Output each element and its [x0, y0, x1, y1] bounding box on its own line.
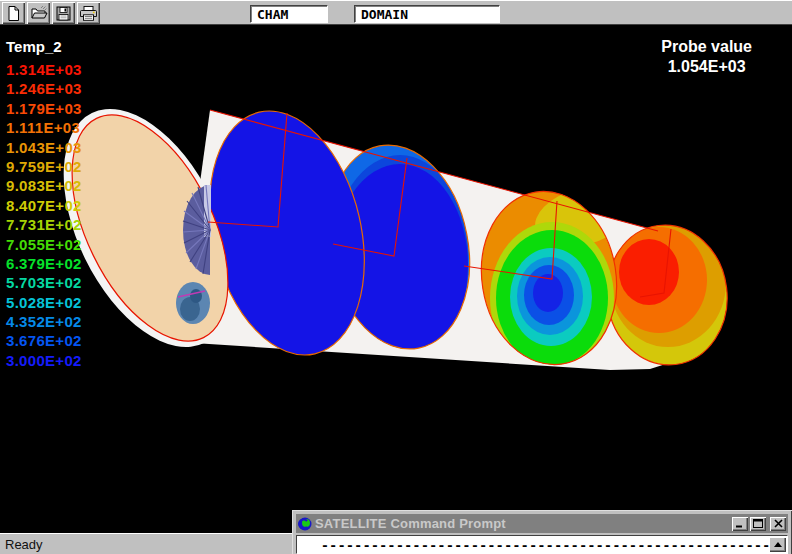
print-button[interactable]	[77, 2, 100, 24]
legend-entry: 1.314E+03	[6, 60, 82, 79]
open-folder-icon	[30, 5, 48, 22]
legend-entry: 3.676E+02	[6, 331, 82, 350]
legend-entry: 1.179E+03	[6, 99, 82, 118]
maximize-icon	[753, 519, 763, 528]
legend-entry: 7.055E+02	[6, 235, 82, 254]
legend-entry: 8.407E+02	[6, 196, 82, 215]
toolbar	[0, 0, 792, 25]
legend-entry: 9.083E+02	[6, 176, 82, 195]
phoenics-logo-icon	[298, 517, 312, 531]
save-icon	[55, 5, 72, 22]
window-title: SATELLITE Command Prompt	[315, 516, 730, 531]
probe-label: Probe value	[661, 37, 752, 57]
new-file-button[interactable]	[2, 2, 25, 24]
command-prompt-output[interactable]: ----------------------------------------…	[296, 535, 788, 554]
legend-entry: 7.731E+02	[6, 215, 82, 234]
legend-entry: 1.246E+03	[6, 79, 82, 98]
open-file-button[interactable]	[27, 2, 50, 24]
scrollbar-up-button[interactable]	[769, 537, 786, 552]
application-window: Temp_2 1.314E+031.246E+031.179E+031.111E…	[0, 0, 792, 554]
legend-title: Temp_2	[6, 38, 82, 60]
legend-entry: 5.703E+02	[6, 273, 82, 292]
cham-field[interactable]	[250, 5, 328, 23]
probe-value: 1.054E+03	[661, 57, 752, 77]
print-icon	[79, 5, 98, 22]
maximize-button[interactable]	[750, 517, 766, 531]
legend-entry: 5.028E+02	[6, 293, 82, 312]
status-text: Ready	[5, 537, 43, 552]
probe-readout: Probe value 1.054E+03	[661, 37, 752, 77]
fuel-inlet	[176, 282, 210, 324]
minimize-button[interactable]	[732, 517, 748, 531]
combustor-temperature-scene	[0, 25, 792, 533]
legend-entry: 1.043E+03	[6, 138, 82, 157]
legend-entry: 1.111E+03	[6, 118, 82, 137]
domain-field[interactable]	[354, 5, 500, 23]
new-file-icon	[5, 5, 22, 22]
minimize-icon	[735, 519, 745, 528]
legend-entry: 6.379E+02	[6, 254, 82, 273]
temperature-legend: Temp_2 1.314E+031.246E+031.179E+031.111E…	[6, 38, 82, 370]
save-button[interactable]	[52, 2, 75, 24]
viewport-3d[interactable]: Temp_2 1.314E+031.246E+031.179E+031.111E…	[0, 25, 792, 533]
legend-entry: 4.352E+02	[6, 312, 82, 331]
command-prompt-titlebar[interactable]: SATELLITE Command Prompt	[296, 514, 788, 533]
satellite-command-prompt-window: SATELLITE Command Prompt ---------------…	[292, 510, 792, 554]
legend-entry: 9.759E+02	[6, 157, 82, 176]
output-separator-line: ----------------------------------------…	[321, 538, 787, 553]
legend-entry: 3.000E+02	[6, 351, 82, 370]
scroll-up-arrow-icon	[774, 542, 782, 547]
close-button[interactable]	[770, 517, 786, 531]
close-icon	[774, 519, 783, 528]
